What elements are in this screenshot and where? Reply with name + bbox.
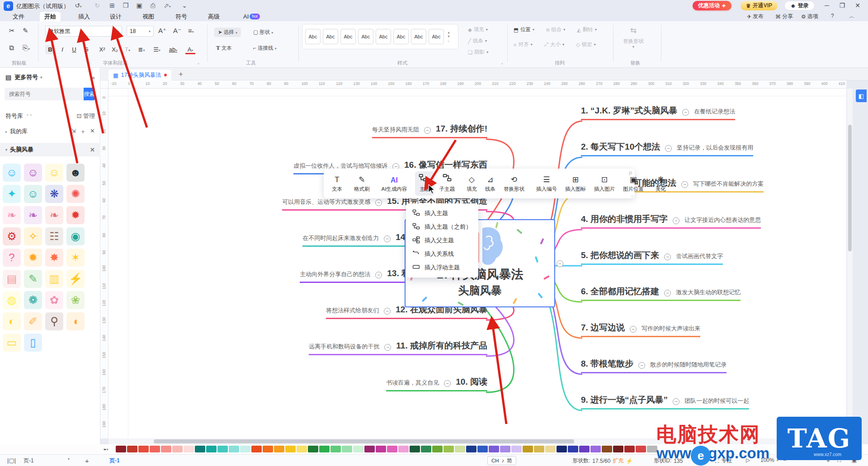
ft-插入图标-button[interactable]: ⊞插入图标 [561, 171, 590, 196]
symbol-sticker[interactable]: ✸ [45, 249, 63, 267]
palette-color[interactable] [545, 446, 556, 452]
symbol-sticker[interactable]: ☺ [45, 164, 63, 182]
decrease-font-icon[interactable]: A⁻ [173, 27, 181, 35]
symbol-sticker[interactable]: ✶ [66, 249, 85, 267]
collapse-sidebar-icon[interactable]: « [92, 74, 95, 81]
style-swatch[interactable]: Abc [323, 29, 338, 44]
symbol-sticker[interactable]: ? [3, 249, 21, 267]
palette-color[interactable] [184, 446, 194, 452]
style-scroll-down-icon[interactable]: ▼ [447, 35, 450, 38]
style-swatch[interactable]: Abc [393, 29, 409, 44]
arrange-翻转[interactable]: ◭翻转▾ [577, 26, 597, 33]
symbol-sticker[interactable]: ⚡ [66, 270, 85, 288]
palette-color[interactable] [251, 446, 262, 452]
font-size-select[interactable]: 18▾ [127, 26, 154, 37]
palette-color[interactable] [568, 446, 578, 452]
palette-color[interactable] [387, 446, 397, 452]
fill-bucket-icon[interactable]: ◒▾ [103, 445, 108, 452]
more-symbols-menu[interactable]: ▤ 更多符号▾ « [0, 71, 100, 83]
style-swatch[interactable]: Abc [411, 29, 426, 44]
symbol-sticker[interactable]: ◉ [66, 227, 85, 245]
redo-icon[interactable]: ↻ [93, 2, 102, 9]
palette-color[interactable] [116, 446, 126, 452]
palette-color[interactable] [319, 446, 330, 452]
palette-color[interactable] [263, 446, 273, 452]
style-swatch[interactable]: Abc [340, 29, 356, 44]
symbol-sticker[interactable]: ▭ [3, 334, 21, 352]
palette-color[interactable] [557, 446, 567, 452]
palette-color[interactable] [624, 446, 635, 452]
symbol-sticker[interactable]: ❁ [24, 291, 42, 309]
ft-替换形状-button[interactable]: ⟲替换形状 [500, 171, 528, 196]
tab-开始[interactable]: 开始 [40, 12, 61, 21]
symbol-sticker[interactable]: ✐ [24, 312, 42, 330]
palette-color[interactable] [240, 446, 250, 452]
vip-button[interactable]: ♛开通VIP [741, 1, 778, 10]
menu-right-help-icon[interactable]: ? [831, 13, 834, 19]
ft-填充-button[interactable]: ◇填充 [463, 171, 481, 196]
symbol-sticker[interactable]: ☻ [66, 164, 85, 182]
open-file-icon[interactable]: ❒ [121, 2, 130, 9]
expand-font-group-icon[interactable]: ⌟ [197, 60, 199, 65]
palette-color[interactable] [274, 446, 284, 452]
subscript-button[interactable]: X₂ [110, 45, 120, 54]
symbol-sticker[interactable]: ⚙ [3, 227, 21, 245]
arrange-大小[interactable]: ⤢大小▾ [544, 41, 564, 48]
symbol-sticker[interactable]: ⚲ [45, 312, 63, 330]
palette-color[interactable] [443, 446, 454, 452]
tab-插入[interactable]: 插入 [74, 12, 94, 21]
superscript-button[interactable]: X² [97, 45, 107, 54]
palette-color[interactable] [161, 446, 171, 452]
quick-access-more-icon[interactable]: ⌄ [180, 2, 189, 9]
menu-item-插入主题（之前）[interactable]: 插入主题（之前） [406, 220, 478, 234]
palette-color[interactable] [330, 446, 341, 452]
tab-符号[interactable]: 符号 [171, 12, 192, 21]
palette-color[interactable] [353, 446, 363, 452]
palette-color[interactable] [285, 446, 296, 452]
symbol-sticker[interactable]: ▯ [24, 334, 42, 352]
ft-插入编号-button[interactable]: ☰插入编号 [533, 171, 561, 196]
document-tab[interactable]: ▦ 17种头脑风暴法 [108, 70, 171, 80]
italic-button[interactable]: I [57, 45, 67, 54]
text-effect-button[interactable]: T▾ [123, 45, 132, 54]
menu-right-collapse-ribbon-icon[interactable]: ︿ [849, 13, 854, 20]
tab-AI[interactable]: AIhot [239, 12, 264, 21]
add-library-icon[interactable]: ＋ [80, 127, 86, 136]
symbol-sticker[interactable]: ❀ [66, 291, 85, 309]
palette-color[interactable] [432, 446, 443, 452]
ft-线条-button[interactable]: ⊿线条 [481, 171, 499, 196]
symbol-sticker[interactable]: ✹ [24, 249, 42, 267]
symbol-sticker[interactable]: ☺ [24, 164, 42, 182]
symbol-sticker[interactable]: ▥ [45, 270, 63, 288]
select-tool[interactable]: ➤ 选择 ▾ [214, 28, 241, 37]
palette-color[interactable] [489, 446, 499, 452]
style-swatch[interactable]: Abc [429, 29, 444, 44]
connector-tool[interactable]: ⌐ 连接线 ▾ [253, 45, 277, 52]
palette-color[interactable] [500, 446, 510, 452]
shadow-menu[interactable]: ❏阴影▾ [468, 49, 488, 56]
palette-color[interactable] [172, 446, 183, 452]
symbol-sticker[interactable]: ▤ [3, 270, 21, 288]
fill-menu[interactable]: ◆填充▾ [468, 26, 488, 33]
highlight-button[interactable]: ab▾ [168, 45, 178, 54]
bullet-list-button[interactable]: ☰▾ [152, 45, 162, 54]
minimize-button[interactable]: ─ [822, 2, 832, 9]
palette-color[interactable] [398, 446, 409, 452]
palette-color[interactable] [523, 446, 533, 452]
symbol-sticker[interactable]: ◐ [3, 312, 21, 330]
ft-格式刷-button[interactable]: ✎格式刷 [350, 171, 373, 196]
font-color-button[interactable]: A▾ [185, 45, 195, 54]
add-page-button[interactable]: + [85, 457, 89, 465]
arrange-位置[interactable]: ⬒位置▾ [514, 26, 534, 33]
palette-color[interactable] [206, 446, 217, 452]
palette-color[interactable] [410, 446, 420, 452]
style-more-icon[interactable]: ⌄ [447, 39, 450, 42]
menu-item-插入浮动主题[interactable]: 插入浮动主题 [406, 261, 478, 274]
arrange-组合[interactable]: ⧈组合▾ [546, 26, 565, 33]
vertical-scrollbar[interactable] [847, 89, 853, 438]
strikethrough-button[interactable]: S [81, 45, 91, 54]
palette-color[interactable] [217, 446, 228, 452]
login-button[interactable]: ☻登录 [784, 1, 815, 10]
maximize-button[interactable]: ❐ [837, 2, 847, 9]
ft-文本-button[interactable]: T文本 [328, 171, 346, 196]
